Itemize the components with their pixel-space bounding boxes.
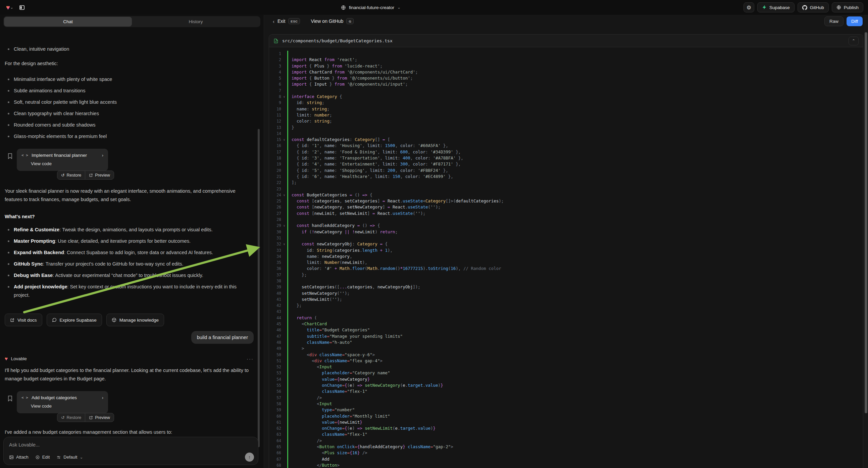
preview-button[interactable]: Preview [85, 171, 114, 179]
view-code-link[interactable]: View code [31, 161, 103, 166]
line-number: 60 [269, 413, 281, 419]
version-card-implement-planner[interactable]: < > Implement financial planner › View c… [17, 149, 108, 171]
collapse-file-button[interactable]: ⌃ [848, 37, 859, 45]
code-line: 6import { Input } from '@/components/ui/… [269, 81, 863, 87]
code-line: 50 <div className="space-y-6"> [269, 352, 863, 358]
github-button[interactable]: GitHub [798, 2, 829, 12]
settings-button[interactable]: ⚙ [744, 2, 754, 12]
code-line: 2import React from 'react'; [269, 57, 863, 63]
restore-button[interactable]: ↺ Restore [57, 413, 85, 422]
view-on-github-button[interactable]: View on GitHub G [311, 18, 354, 24]
code-panel: ‹ Exit ESC View on GitHub G Raw Diff src… [264, 15, 868, 468]
fold-spacer [281, 340, 287, 346]
code-line: 43 [269, 309, 863, 315]
fold-spacer [281, 63, 287, 69]
globe-icon [341, 5, 346, 10]
mode-selector[interactable]: Default ⌄ [56, 455, 83, 460]
tab-chat[interactable]: Chat [4, 17, 132, 27]
fold-chevron-icon[interactable]: ∨ [281, 241, 287, 247]
toggle-sidebar-button[interactable] [17, 2, 27, 12]
fold-chevron-icon[interactable]: ∨ [281, 94, 287, 100]
file-path-bar[interactable]: src/components/budget/BudgetCategories.t… [269, 35, 863, 47]
tab-history[interactable]: History [132, 17, 260, 27]
fold-spacer [281, 272, 287, 278]
fold-spacer [281, 333, 287, 340]
line-number: 3 [269, 63, 281, 69]
fold-spacer [281, 321, 287, 327]
panel-left-icon [19, 4, 25, 11]
publish-button[interactable]: Publish [832, 2, 863, 12]
bookmark-icon [7, 153, 13, 159]
supabase-button[interactable]: Supabase [757, 2, 795, 12]
code-line: 45 <ChartCard [269, 321, 863, 327]
fold-spacer [281, 302, 287, 309]
version-card-add-categories[interactable]: < > Add budget categories › View code ↺ … [17, 391, 108, 413]
code-icon: < > [22, 396, 28, 400]
raw-toggle-button[interactable]: Raw [825, 17, 843, 26]
code-text: value={newCategory} [287, 376, 370, 382]
fold-spacer [281, 235, 287, 241]
diff-toggle-button[interactable]: Diff [846, 17, 863, 26]
fold-chevron-icon[interactable]: ∨ [281, 192, 287, 198]
code-line: 22]; [269, 180, 863, 186]
code-line: 1 [269, 51, 863, 57]
code-line: 5import { Button } from '@/components/ui… [269, 75, 863, 81]
line-number: 47 [269, 333, 281, 340]
attach-button[interactable]: Attach [9, 455, 29, 460]
page-scrollbar[interactable] [865, 32, 867, 413]
preview-button[interactable]: Preview [85, 413, 114, 422]
line-number: 4 [269, 69, 281, 75]
restore-button[interactable]: ↺ Restore [57, 171, 85, 179]
line-number: 54 [269, 376, 281, 382]
manage-knowledge-button[interactable]: Manage knowledge [106, 314, 164, 326]
code-line: 7 [269, 88, 863, 94]
project-switcher[interactable]: financial-future-creator ⌄ [341, 5, 401, 10]
code-icon: < > [22, 153, 28, 157]
chat-input[interactable]: Ask Lovable... [9, 442, 253, 447]
visit-docs-button[interactable]: Visit docs [5, 314, 42, 326]
message-menu-button[interactable]: ··· [247, 356, 254, 361]
user-message: build a financial planner [191, 331, 254, 344]
chat-messages[interactable]: Clean, intuitive navigation For the desi… [0, 43, 264, 434]
line-number: 29 [269, 223, 281, 229]
code-text: /> [287, 395, 322, 401]
code-text: /> [287, 438, 322, 444]
fold-spacer [281, 155, 287, 161]
fold-chevron-icon[interactable]: ∨ [281, 223, 287, 229]
code-line: 26 const [newCategory, setNewCategory] =… [269, 204, 863, 210]
code-line: 66 <Plus size={16} /> [269, 450, 863, 456]
edit-button[interactable]: Edit [35, 455, 50, 460]
view-code-link[interactable]: View code [31, 404, 103, 409]
code-text: } [287, 124, 294, 130]
project-name: financial-future-creator [349, 5, 394, 10]
code-line: 60 placeholder="Monthly limit" [269, 413, 863, 419]
line-number: 28 [269, 216, 281, 223]
code-text: > [287, 346, 304, 351]
fold-spacer [281, 247, 287, 254]
explore-supabase-button[interactable]: Explore Supabase [46, 314, 102, 326]
diff-added-bar [287, 51, 288, 468]
quick-actions: Visit docs Explore Supabase Manage knowl… [5, 314, 254, 326]
fold-spacer [281, 75, 287, 81]
line-number: 20 [269, 168, 281, 174]
chat-scrollbar[interactable] [258, 129, 260, 447]
code-line: 35 limit: Number(newLimit), [269, 260, 863, 266]
code-line: 59 type="number" [269, 407, 863, 413]
fold-spacer [281, 327, 287, 333]
fold-spacer [281, 352, 287, 358]
send-button[interactable]: ↑ [245, 452, 254, 462]
line-number: 12 [269, 118, 281, 124]
code-line: 14 [269, 130, 863, 137]
fold-spacer [281, 168, 287, 174]
external-link-icon [89, 173, 93, 177]
line-number: 48 [269, 340, 281, 346]
fold-chevron-icon[interactable]: ∨ [281, 137, 287, 143]
line-number: 67 [269, 456, 281, 462]
line-number: 10 [269, 106, 281, 112]
code-editor[interactable]: 12import React from 'react';3import { Pl… [269, 47, 863, 468]
exit-button[interactable]: ‹ Exit ESC [273, 18, 300, 24]
lovable-menu-button[interactable]: ♥ ⌄ [5, 2, 15, 12]
code-text: className="h-auto" [287, 340, 352, 346]
line-number: 16 [269, 143, 281, 149]
line-number: 6 [269, 81, 281, 87]
